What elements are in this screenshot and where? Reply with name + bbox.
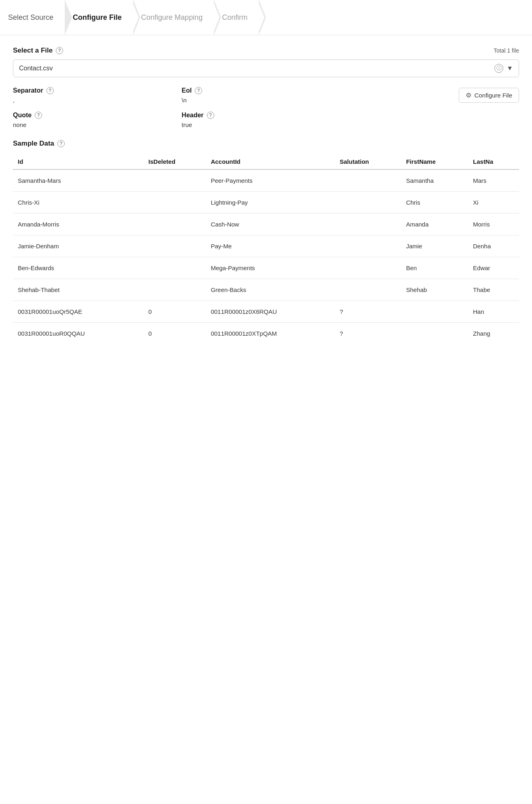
main-content: Select a File ? Total 1 file Contact.csv… [0, 35, 532, 355]
cell-4-lastName: Edwar [468, 257, 519, 279]
table-row: Chris-XiLightning-PayChrisXi [13, 192, 519, 214]
file-select-row[interactable]: Contact.csv ⓘ ▼ [13, 59, 519, 77]
separator-label: Separator [13, 87, 43, 94]
cell-0-id: Samantha-Mars [13, 169, 144, 192]
cell-4-accountId: Mega-Payments [206, 257, 335, 279]
file-section-label: Select a File ? [13, 47, 63, 55]
file-select-actions: ⓘ ▼ [494, 64, 513, 73]
header-value: true [182, 121, 350, 128]
sample-data-table: Id IsDeleted AccountId Salutation FirstN… [13, 154, 519, 344]
cell-1-salutation [335, 192, 401, 214]
step-select-source[interactable]: Select Source [0, 0, 65, 35]
cell-7-lastName: Zhang [468, 323, 519, 345]
cell-5-firstName: Shehab [401, 279, 468, 301]
cell-3-accountId: Pay-Me [206, 235, 335, 257]
step-configure-file-label: Configure File [73, 13, 122, 22]
cell-1-isDeleted [144, 192, 206, 214]
cell-1-id: Chris-Xi [13, 192, 144, 214]
cell-0-accountId: Peer-Payments [206, 169, 335, 192]
cell-3-firstName: Jamie [401, 235, 468, 257]
cell-7-isDeleted: 0 [144, 323, 206, 345]
step-select-source-label: Select Source [8, 13, 53, 22]
config-quote: Quote ? none [13, 112, 182, 128]
separator-value: , [13, 97, 182, 104]
file-chevron-icon[interactable]: ▼ [507, 65, 513, 72]
cell-2-id: Amanda-Morris [13, 214, 144, 235]
config-grid: Separator ? , EoI ? \n ⚙ Configure File … [13, 87, 519, 128]
file-section-help-icon[interactable]: ? [56, 47, 63, 54]
col-header-salutation: Salutation [335, 154, 401, 169]
cell-1-lastName: Xi [468, 192, 519, 214]
gear-icon: ⚙ [466, 91, 471, 99]
cell-4-salutation [335, 257, 401, 279]
cell-5-lastName: Thabe [468, 279, 519, 301]
sample-data-help-icon[interactable]: ? [57, 140, 65, 147]
step-confirm-label: Confirm [222, 13, 247, 22]
col-header-isdeleted: IsDeleted [144, 154, 206, 169]
separator-help-icon[interactable]: ? [46, 87, 54, 94]
cell-6-salutation: ? [335, 301, 401, 323]
cell-5-salutation [335, 279, 401, 301]
sample-data-table-container: Id IsDeleted AccountId Salutation FirstN… [13, 154, 519, 344]
cell-3-isDeleted [144, 235, 206, 257]
quote-help-icon[interactable]: ? [35, 112, 42, 119]
col-header-id: Id [13, 154, 144, 169]
cell-3-lastName: Denha [468, 235, 519, 257]
config-eol: EoI ? \n [182, 87, 350, 104]
cell-6-firstName [401, 301, 468, 323]
file-section-header: Select a File ? Total 1 file [13, 47, 519, 55]
table-row: Jamie-DenhamPay-MeJamieDenha [13, 235, 519, 257]
cell-7-firstName [401, 323, 468, 345]
cell-0-isDeleted [144, 169, 206, 192]
file-total-label: Total 1 file [494, 47, 519, 54]
table-header-row: Id IsDeleted AccountId Salutation FirstN… [13, 154, 519, 169]
cell-5-id: Shehab-Thabet [13, 279, 144, 301]
eol-value: \n [182, 97, 350, 104]
col-header-firstname: FirstName [401, 154, 468, 169]
cell-7-id: 0031R00001uoR0QQAU [13, 323, 144, 345]
cell-3-id: Jamie-Denham [13, 235, 144, 257]
cell-4-firstName: Ben [401, 257, 468, 279]
cell-0-firstName: Samantha [401, 169, 468, 192]
cell-5-isDeleted [144, 279, 206, 301]
eol-help-icon[interactable]: ? [195, 87, 202, 94]
cell-0-lastName: Mars [468, 169, 519, 192]
col-header-lastname: LastNa [468, 154, 519, 169]
step-configure-mapping[interactable]: Configure Mapping [133, 0, 214, 35]
config-separator: Separator ? , [13, 87, 182, 104]
header-label: Header [182, 112, 203, 119]
quote-label: Quote [13, 112, 32, 119]
cell-5-accountId: Green-Backs [206, 279, 335, 301]
file-info-icon[interactable]: ⓘ [494, 64, 503, 73]
table-body: Samantha-MarsPeer-PaymentsSamanthaMarsCh… [13, 169, 519, 344]
file-section-title: Select a File [13, 47, 53, 55]
cell-2-accountId: Cash-Now [206, 214, 335, 235]
table-row: Samantha-MarsPeer-PaymentsSamanthaMars [13, 169, 519, 192]
cell-2-firstName: Amanda [401, 214, 468, 235]
cell-6-isDeleted: 0 [144, 301, 206, 323]
configure-file-btn-label: Configure File [475, 92, 512, 99]
config-header: Header ? true [182, 112, 350, 128]
col-header-accountid: AccountId [206, 154, 335, 169]
table-row: Amanda-MorrisCash-NowAmandaMorris [13, 214, 519, 235]
cell-6-accountId: 0011R00001z0X6RQAU [206, 301, 335, 323]
eol-label: EoI [182, 87, 192, 94]
table-row: 0031R00001uoQr5QAE00011R00001z0X6RQAU?Ha… [13, 301, 519, 323]
cell-2-salutation [335, 214, 401, 235]
wizard-nav: Select Source Configure File Configure M… [0, 0, 532, 35]
step-configure-file[interactable]: Configure File [65, 0, 133, 35]
cell-6-lastName: Han [468, 301, 519, 323]
table-row: Ben-EdwardsMega-PaymentsBenEdwar [13, 257, 519, 279]
header-help-icon[interactable]: ? [207, 112, 214, 119]
table-row: 0031R00001uoR0QQAU00011R00001z0XTpQAM?Zh… [13, 323, 519, 345]
configure-file-btn-cell: ⚙ Configure File [350, 87, 519, 103]
cell-0-salutation [335, 169, 401, 192]
step-configure-mapping-label: Configure Mapping [141, 13, 203, 22]
quote-value: none [13, 121, 182, 128]
cell-2-isDeleted [144, 214, 206, 235]
cell-1-firstName: Chris [401, 192, 468, 214]
configure-file-button[interactable]: ⚙ Configure File [459, 88, 519, 103]
cell-4-isDeleted [144, 257, 206, 279]
file-select-name: Contact.csv [19, 65, 494, 72]
cell-7-salutation: ? [335, 323, 401, 345]
